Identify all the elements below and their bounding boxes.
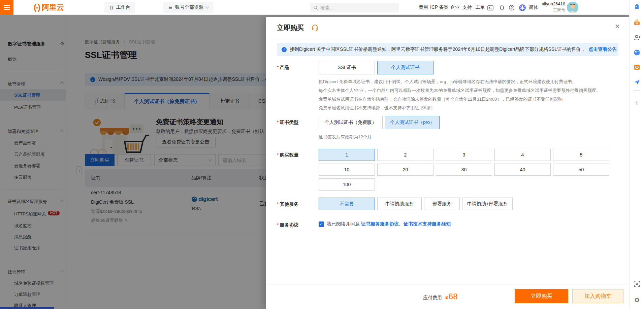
nav-link-tickets[interactable]: 工单 — [476, 0, 485, 15]
product-desc-line-4: 免费单域名试用证书不支持续费，也不支持补齐旧证书时间 — [319, 105, 432, 111]
close-icon[interactable]: × — [615, 22, 620, 30]
support-headset-icon[interactable] — [311, 24, 319, 31]
agreement-text: 我已阅读并同意 — [327, 221, 360, 227]
quantity-option-10[interactable]: 10 — [319, 164, 375, 176]
quantity-option-5[interactable]: 5 — [553, 149, 609, 161]
quantity-option-20[interactable]: 20 — [377, 164, 433, 176]
service-option-deploy[interactable]: 部署服务 — [424, 198, 460, 210]
notifications-bell-icon[interactable] — [498, 4, 506, 11]
cert-type-option-pro[interactable]: 个人测试证书（pro） — [385, 116, 440, 129]
view-announcement-link[interactable]: 点击查看公告 — [588, 46, 617, 53]
nav-link-support[interactable]: 支持 — [462, 0, 472, 15]
product-desc-line-3: 免费单域名试用证书在自然年结束时，会自动清除未签发的数量（每个自然年12月31日… — [319, 96, 562, 102]
aliyun-logo[interactable]: (-) 阿里云 — [34, 0, 64, 15]
cert-type-label: *证书类型 — [277, 119, 321, 126]
toolbox-icon[interactable] — [633, 19, 641, 26]
top-navbar: (-) 阿里云 工作台 账号全部资源 费用 ICP 备案 企业 支持 工单 ? — [0, 0, 629, 15]
resource-list-icon — [168, 5, 173, 10]
fullscreen-icon[interactable] — [633, 280, 641, 287]
agreement-label: *服务协议 — [277, 222, 321, 228]
app-store-icon[interactable] — [633, 64, 641, 71]
nav-link-enterprise[interactable]: 企业 — [450, 0, 460, 15]
account-type-label: 主账号 — [542, 7, 565, 13]
dialog-header: 立即购买 × — [266, 17, 629, 38]
avatar[interactable] — [567, 2, 578, 13]
product-option-ssl-cert[interactable]: SSL证书 — [319, 61, 375, 74]
agreement-links[interactable]: 证书服务服务协议、证书技术支持服务须知 — [361, 221, 451, 227]
purchase-dialog: 立即购买 × i 接到Digicert 关于中国区SSL证书价格调整通知，阿里云… — [266, 17, 629, 309]
global-search[interactable] — [310, 3, 399, 12]
info-icon: i — [282, 47, 287, 52]
locale-switcher[interactable]: 简体 — [529, 0, 538, 15]
hamburger-menu-icon[interactable] — [0, 0, 13, 15]
service-option-none[interactable]: 不需要 — [319, 198, 375, 210]
fee-amount: 68 — [449, 292, 458, 301]
product-option-personal-test-cert[interactable]: 个人测试证书 — [377, 61, 433, 74]
agreement-row: ✓ 我已阅读并同意 证书服务服务协议、证书技术支持服务须知 — [319, 221, 451, 227]
quantity-option-1[interactable]: 1 — [319, 149, 375, 161]
toolbar-divider — [634, 90, 640, 91]
add-to-cart-button[interactable]: 加入购物车 — [572, 289, 623, 303]
service-option-assist-deploy[interactable]: 申请协助+部署服务 — [462, 198, 513, 210]
quantity-option-2[interactable]: 2 — [377, 149, 433, 161]
fee-label: 应付费用 — [423, 295, 442, 301]
quantity-label: *购买数量 — [277, 152, 321, 158]
dialog-title: 立即购买 — [277, 23, 304, 32]
cert-validity-note: 证书签发后有效期为12个月 — [319, 134, 372, 140]
ai-assistant-icon[interactable] — [519, 4, 526, 11]
dialog-info-banner: i 接到Digicert 关于中国区SSL证书价格调整通知，阿里云数字证书管理服… — [277, 43, 618, 56]
product-desc-line-2: 每个实名主体个人/企业，一个自然年内可以领取一次数量为20的免费单域名试用证书额… — [319, 88, 601, 94]
terminal-icon[interactable] — [487, 4, 494, 11]
dialog-buy-now-button[interactable]: 立即购买 — [515, 289, 568, 303]
quantity-option-100[interactable]: 100 — [319, 178, 375, 191]
dialog-info-text: 接到Digicert 关于中国区SSL证书价格调整通知，阿里云数字证书管理服务将… — [290, 46, 585, 53]
workbench-button[interactable]: 工作台 — [104, 2, 135, 13]
app-root: (-) 阿里云 工作台 账号全部资源 费用 ICP 备案 企业 支持 工单 ? — [0, 0, 644, 309]
send-plane-icon[interactable] — [633, 78, 641, 86]
chevron-down-icon — [205, 5, 209, 8]
payable-fee: 应付费用 ¥ 68 — [423, 292, 458, 301]
quantity-option-3[interactable]: 3 — [436, 149, 492, 161]
settings-gear-icon[interactable]: ⚙ — [633, 296, 641, 304]
right-toolbar: + ⚙ — [629, 0, 644, 309]
add-user-icon[interactable] — [633, 34, 641, 41]
add-tool-icon[interactable]: + — [633, 99, 641, 107]
aliyun-logo-text: 阿里云 — [42, 2, 64, 12]
cert-type-option-free[interactable]: 个人测试证书（免费版） — [319, 116, 383, 129]
product-desc-line-1: 原Digicert 免费单域名证书，建议用于测试、个人试用等场景，org、jp等… — [319, 79, 577, 85]
quantity-option-50[interactable]: 50 — [553, 164, 609, 176]
search-input[interactable] — [320, 5, 388, 10]
help-icon[interactable]: ? — [508, 4, 515, 11]
nav-link-billing[interactable]: 费用 — [419, 0, 428, 15]
service-option-assist[interactable]: 申请协助服务 — [377, 198, 422, 210]
product-label: *产品 — [277, 65, 321, 71]
quantity-option-4[interactable]: 4 — [494, 149, 551, 161]
dialog-footer: 应付费用 ¥ 68 立即购买 加入购物车 — [266, 284, 629, 309]
home-icon — [109, 5, 114, 10]
username: aliyun26418... — [542, 1, 565, 6]
fee-currency: ¥ — [445, 295, 448, 300]
aliyun-logo-icon: (-) — [34, 3, 40, 12]
quantity-option-30[interactable]: 30 — [436, 164, 492, 176]
price-tag-icon[interactable] — [633, 3, 641, 11]
svg-text:?: ? — [511, 6, 513, 10]
all-resources-button[interactable]: 账号全部资源 — [163, 2, 213, 13]
nav-link-icp[interactable]: ICP 备案 — [430, 0, 449, 15]
agreement-checkbox[interactable]: ✓ — [319, 221, 324, 227]
search-icon — [313, 5, 318, 10]
other-services-label: *其他服务 — [277, 201, 321, 207]
user-account[interactable]: aliyun26418... 主账号 — [542, 1, 565, 13]
globe-icon[interactable] — [633, 49, 641, 56]
quantity-option-40[interactable]: 40 — [494, 164, 551, 176]
